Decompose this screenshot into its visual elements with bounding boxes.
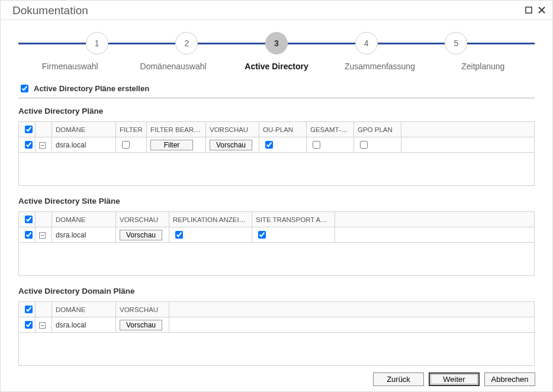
ad-site-plans-grid: DOMÄNE VORSCHAU REPLIKATION ANZEIGEN SIT…	[18, 211, 535, 276]
row-select-checkbox[interactable]	[25, 231, 33, 239]
col-site-transport[interactable]: SITE TRANSPORT ANZ...	[252, 212, 335, 227]
step-5-circle[interactable]: 5	[445, 32, 467, 54]
col-ou-plan[interactable]: OU-PLAN	[259, 122, 307, 137]
row-select-checkbox[interactable]	[25, 321, 33, 329]
table-row[interactable]: − dsra.local Filter Vorschau	[19, 137, 535, 153]
ad-domain-plans-grid: DOMÄNE VORSCHAU − dsra.local Vorschau	[18, 301, 535, 366]
col-preview[interactable]: VORSCHAU	[116, 302, 169, 317]
col-filter[interactable]: FILTER	[116, 122, 147, 137]
step-2-circle[interactable]: 2	[175, 32, 198, 54]
maximize-icon[interactable]	[525, 7, 532, 15]
step-1-label: Firmenauswahl	[18, 62, 121, 71]
preview-button[interactable]: Vorschau	[120, 230, 162, 240]
step-4-circle[interactable]: 4	[355, 32, 378, 54]
expand-icon[interactable]: −	[39, 322, 46, 329]
svg-rect-0	[526, 7, 532, 13]
cell-domain: dsra.local	[52, 137, 116, 153]
col-filter-edit[interactable]: FILTER BEARBEI...	[147, 122, 206, 137]
table-row[interactable]: − dsra.local Vorschau	[19, 317, 535, 333]
expand-icon[interactable]: −	[39, 142, 46, 149]
next-button[interactable]: Weiter	[429, 372, 480, 386]
cancel-button[interactable]: Abbrechen	[484, 372, 535, 386]
step-3-circle[interactable]: 3	[265, 32, 288, 54]
col-preview[interactable]: VORSCHAU	[116, 212, 169, 227]
col-domain[interactable]: DOMÄNE	[52, 302, 116, 317]
create-ad-plans-checkbox[interactable]	[21, 85, 28, 92]
col-domain[interactable]: DOMÄNE	[52, 122, 116, 137]
cell-domain: dsra.local	[52, 227, 116, 243]
ad-plans-title: Active Directory Pläne	[18, 107, 535, 115]
site-select-all[interactable]	[25, 216, 33, 223]
replication-checkbox[interactable]	[175, 231, 183, 239]
step-3-label: Active Directory	[225, 62, 328, 71]
preview-button[interactable]: Vorschau	[210, 140, 252, 150]
preview-button[interactable]: Vorschau	[120, 320, 162, 330]
titlebar: Dokumentation	[1, 1, 552, 20]
step-4-label: Zusammenfassung	[328, 62, 431, 71]
filter-checkbox[interactable]	[122, 141, 130, 149]
gpo-plan-checkbox[interactable]	[360, 141, 368, 149]
step-1-circle[interactable]: 1	[86, 32, 108, 54]
wizard-footer: Zurück Weiter Abbrechen	[373, 372, 535, 386]
col-gpo-plan[interactable]: GPO PLAN	[354, 122, 401, 137]
ad-site-plans-title: Active Directory Site Pläne	[18, 197, 535, 205]
col-domain[interactable]: DOMÄNE	[52, 212, 116, 227]
col-replication[interactable]: REPLIKATION ANZEIGEN	[169, 212, 252, 227]
ad-plans-select-all[interactable]	[25, 126, 33, 133]
col-total-plan[interactable]: GESAMT-P...	[307, 122, 354, 137]
back-button[interactable]: Zurück	[373, 372, 424, 386]
ad-domain-plans-title: Active Directory Domain Pläne	[18, 287, 535, 295]
col-preview[interactable]: VORSCHAU	[206, 122, 259, 137]
filter-button[interactable]: Filter	[150, 140, 193, 150]
total-plan-checkbox[interactable]	[313, 141, 320, 149]
wizard-stepper: 1 2 3 4 5 Firmenauswahl Domänenauswahl A…	[18, 31, 535, 71]
ad-plans-grid: DOMÄNE FILTER FILTER BEARBEI... VORSCHAU…	[18, 121, 535, 186]
close-icon[interactable]	[538, 7, 545, 15]
step-2-label: Domänenauswahl	[121, 62, 224, 71]
ou-plan-checkbox[interactable]	[265, 141, 273, 149]
expand-icon[interactable]: −	[39, 232, 46, 239]
window-title: Dokumentation	[12, 4, 88, 17]
cell-domain: dsra.local	[52, 317, 116, 333]
domain-select-all[interactable]	[25, 306, 33, 313]
row-select-checkbox[interactable]	[25, 141, 33, 149]
step-5-label: Zeitplanung	[432, 62, 535, 71]
create-ad-plans-label: Active Directory Pläne erstellen	[34, 84, 149, 93]
table-row[interactable]: − dsra.local Vorschau	[19, 227, 535, 243]
site-transport-checkbox[interactable]	[258, 231, 266, 239]
